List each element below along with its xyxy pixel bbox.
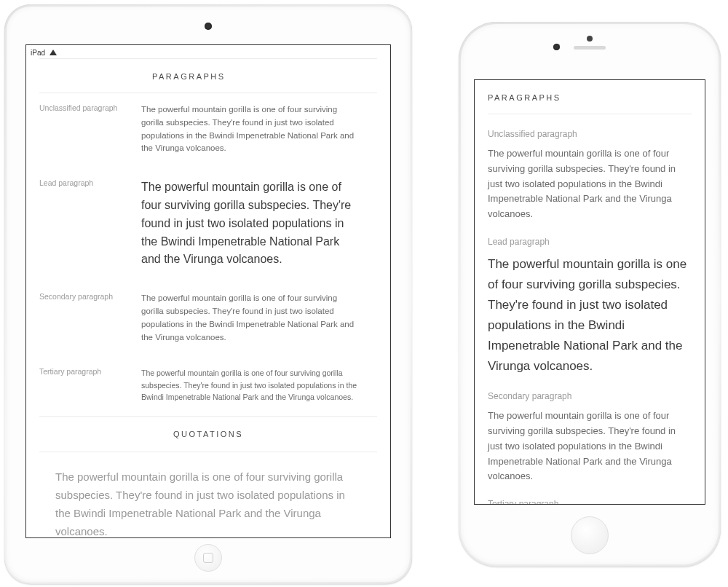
home-button[interactable] bbox=[571, 516, 609, 554]
paragraph-text: The powerful mountain gorilla is one of … bbox=[141, 103, 360, 155]
wifi-icon bbox=[50, 50, 57, 55]
paragraph-label: Secondary paragraph bbox=[488, 391, 692, 401]
quotation-block: The powerful mountain gorilla is one of … bbox=[39, 452, 377, 538]
paragraph-text: The powerful mountain gorilla is one of … bbox=[488, 146, 692, 222]
section-heading-quotations: QUOTATIONS bbox=[39, 417, 377, 452]
paragraph-text: The powerful mountain gorilla is one of … bbox=[141, 292, 360, 344]
paragraph-label: Lead paragraph bbox=[488, 237, 692, 247]
speaker-icon bbox=[574, 46, 606, 50]
paragraph-row-unclassified: Unclassified paragraph The powerful moun… bbox=[39, 93, 377, 168]
paragraph-text: The powerful mountain gorilla is one of … bbox=[141, 367, 360, 403]
section-heading-paragraphs: PARAGRAPHS bbox=[39, 59, 377, 92]
camera-icon bbox=[553, 44, 560, 50]
paragraph-label: Lead paragraph bbox=[39, 178, 127, 269]
camera-icon bbox=[205, 23, 212, 30]
paragraph-label: Tertiary paragraph bbox=[39, 367, 127, 403]
paragraph-text: The powerful mountain gorilla is one of … bbox=[488, 409, 692, 484]
section-heading-paragraphs: PARAGRAPHS bbox=[488, 80, 692, 114]
sensor-icon bbox=[587, 36, 593, 42]
paragraph-row-secondary: Secondary paragraph The powerful mountai… bbox=[39, 282, 377, 357]
paragraph-text: The powerful mountain gorilla is one of … bbox=[488, 254, 692, 377]
ipad-device-frame: iPad PARAGRAPHS Unclassified paragraph T… bbox=[4, 4, 412, 584]
paragraph-row-tertiary: Tertiary paragraph The powerful mountain… bbox=[39, 357, 377, 416]
home-button[interactable] bbox=[194, 544, 222, 572]
paragraph-label: Unclassified paragraph bbox=[39, 103, 127, 155]
iphone-device-frame: PARAGRAPHS Unclassified paragraph The po… bbox=[459, 22, 721, 567]
paragraph-label: Secondary paragraph bbox=[39, 292, 127, 344]
quotation-text: The powerful mountain gorilla is one of … bbox=[55, 468, 361, 538]
ipad-screen[interactable]: iPad PARAGRAPHS Unclassified paragraph T… bbox=[25, 44, 391, 538]
paragraph-text: The powerful mountain gorilla is one of … bbox=[141, 178, 360, 269]
status-device-label: iPad bbox=[31, 49, 45, 57]
paragraph-row-lead: Lead paragraph The powerful mountain gor… bbox=[39, 168, 377, 282]
paragraph-label: Tertiary paragraph bbox=[488, 499, 692, 505]
ipad-status-bar: iPad bbox=[26, 45, 390, 58]
paragraph-label: Unclassified paragraph bbox=[488, 129, 692, 139]
iphone-screen[interactable]: PARAGRAPHS Unclassified paragraph The po… bbox=[474, 79, 705, 505]
